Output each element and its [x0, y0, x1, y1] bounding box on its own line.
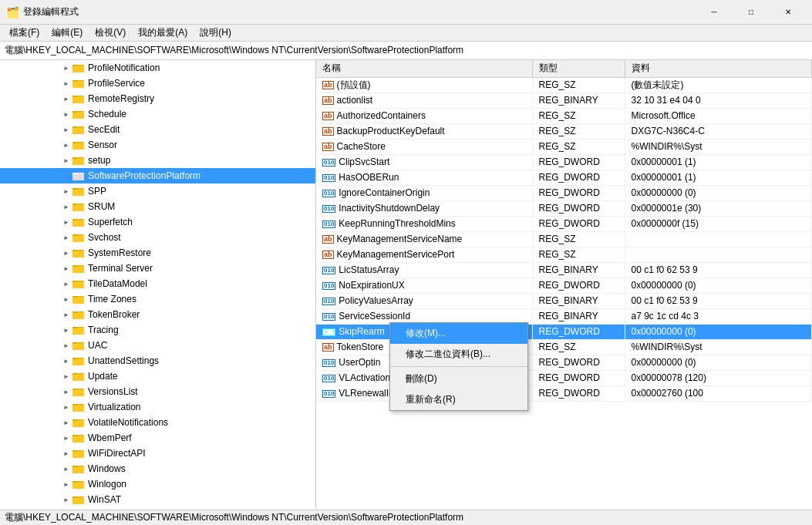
tree-item-winsat[interactable]: ► WinSAT — [0, 492, 315, 507]
expand-arrow-icon[interactable]: ► — [62, 202, 71, 211]
value-data: 00 c1 f0 62 53 9 — [625, 262, 812, 278]
expand-arrow-icon[interactable]: ► — [62, 63, 71, 72]
expand-arrow-icon[interactable]: ► — [62, 294, 71, 304]
expand-arrow-icon[interactable]: ► — [62, 140, 71, 150]
expand-arrow-icon[interactable]: ► — [62, 387, 71, 396]
expand-arrow-icon[interactable]: ► — [62, 94, 71, 103]
expand-arrow-icon[interactable]: ► — [62, 495, 71, 504]
tree-item-windows[interactable]: ► Windows — [0, 461, 315, 476]
tree-item-tokenbroker[interactable]: ► TokenBroker — [0, 307, 315, 322]
tree-item-softwareprotectionplatform[interactable]: ► SoftwareProtectionPlatform — [0, 168, 315, 183]
tree-item-tracing[interactable]: ► Tracing — [0, 322, 315, 338]
expand-arrow-icon[interactable]: ► — [62, 464, 71, 473]
expand-arrow-icon[interactable]: ► — [62, 79, 71, 88]
tree-item-tiledatamodel[interactable]: ► TileDataModel — [0, 276, 315, 291]
tree-item-terminalserver[interactable]: ► Terminal Server — [0, 261, 315, 276]
menu-item[interactable]: 編輯(E) — [45, 25, 89, 41]
table-row[interactable]: 010ServiceSessionIdREG_BINARYa7 9c 1c cd… — [316, 308, 812, 324]
expand-arrow-icon[interactable]: ► — [62, 418, 71, 427]
expand-arrow-icon[interactable]: ► — [62, 217, 71, 227]
minimize-button[interactable]: ─ — [696, 0, 732, 25]
table-row[interactable]: 010PolicyValuesArrayREG_BINARY00 c1 f0 6… — [316, 293, 812, 308]
tree-item-secedit[interactable]: ► SecEdit — [0, 122, 315, 137]
tree-item-spp[interactable]: ► SPP — [0, 183, 315, 199]
expand-arrow-icon[interactable]: ► — [62, 372, 71, 381]
value-type-icon: ab — [322, 235, 334, 244]
value-type-icon: 010 — [322, 159, 335, 167]
value-type: REG_DWORD — [532, 216, 625, 231]
value-name: 010IgnoreContainerOrigin — [316, 185, 532, 200]
table-row[interactable]: 010IgnoreContainerOriginREG_DWORD0x00000… — [316, 185, 812, 200]
table-row[interactable]: 010HasOOBERunREG_DWORD0x00000001 (1) — [316, 170, 812, 185]
table-row[interactable]: abCacheStoreREG_SZ%WINDIR%\Syst — [316, 139, 812, 154]
expand-arrow-icon[interactable]: ► — [62, 449, 71, 458]
expand-arrow-icon[interactable]: ► — [62, 125, 71, 134]
expand-arrow-icon[interactable]: ► — [62, 248, 71, 257]
tree-item-uac[interactable]: ► UAC — [0, 338, 315, 353]
table-row[interactable]: ab(預設值)REG_SZ(數值未設定) — [316, 77, 812, 93]
tree-item-srum[interactable]: ► SRUM — [0, 199, 315, 214]
menu-item[interactable]: 檔案(F) — [3, 25, 45, 41]
expand-arrow-icon[interactable]: ► — [62, 341, 71, 350]
tree-item-setup[interactable]: ► setup — [0, 153, 315, 168]
tree-item-superfetch[interactable]: ► Superfetch — [0, 214, 315, 230]
maximize-button[interactable]: □ — [733, 0, 769, 25]
menu-item[interactable]: 我的最愛(A) — [132, 25, 194, 41]
table-row[interactable]: 010InactivityShutdownDelayREG_DWORD0x000… — [316, 200, 812, 216]
tree-item-sensor[interactable]: ► Sensor — [0, 137, 315, 153]
table-row[interactable]: abBackupProductKeyDefaultREG_SZDXG7C-N36… — [316, 123, 812, 139]
tree-item-volatilenotifications[interactable]: ► VolatileNotifications — [0, 415, 315, 430]
folder-icon — [72, 309, 85, 320]
table-row[interactable]: 010KeepRunningThresholdMinsREG_DWORD0x00… — [316, 216, 812, 231]
expand-arrow-icon[interactable]: ► — [62, 187, 71, 196]
menu-item[interactable]: 檢視(V) — [89, 25, 132, 41]
close-button[interactable]: ✕ — [770, 0, 806, 25]
expand-arrow-icon[interactable]: ► — [62, 310, 71, 319]
expand-arrow-icon[interactable]: ► — [62, 279, 71, 288]
table-row[interactable]: 010ClipSvcStartREG_DWORD0x00000001 (1) — [316, 154, 812, 170]
tree-item-winlogon[interactable]: ► Winlogon — [0, 476, 315, 492]
expand-arrow-icon[interactable]: ► — [62, 480, 71, 489]
table-row[interactable]: abactionlistREG_BINARY32 10 31 e4 04 0 — [316, 93, 812, 108]
context-menu-item[interactable]: 修改(M)... — [390, 323, 527, 344]
tree-item-timezones[interactable]: ► Time Zones — [0, 291, 315, 307]
table-row[interactable]: abKeyManagementServicePortREG_SZ — [316, 247, 812, 262]
tree-item-profileservice[interactable]: ► ProfileService — [0, 76, 315, 91]
tree-item-schedule[interactable]: ► Schedule — [0, 106, 315, 122]
tree-item-versionslist[interactable]: ► VersionsList — [0, 384, 315, 399]
expand-arrow-icon[interactable]: ► — [62, 233, 71, 242]
context-menu-item[interactable]: 刪除(D) — [390, 369, 527, 389]
table-row[interactable]: 010NoExpirationUXREG_DWORD0x00000000 (0) — [316, 278, 812, 293]
svg-rect-50 — [72, 311, 77, 313]
menu-item[interactable]: 說明(H) — [194, 25, 238, 41]
value-panel[interactable]: 名稱 類型 資料 ab(預設值)REG_SZ(數值未設定)abactionlis… — [316, 60, 812, 510]
tree-item-profilenotification[interactable]: ► ProfileNotification — [0, 60, 315, 76]
tree-item-unattendsettings[interactable]: ► UnattendSettings — [0, 353, 315, 369]
tree-panel[interactable]: ► ProfileNotification► ProfileService► R… — [0, 60, 316, 510]
table-row[interactable]: abKeyManagementServiceNameREG_SZ — [316, 231, 812, 247]
tree-item-virtualization[interactable]: ► Virtualization — [0, 399, 315, 415]
expand-arrow-icon[interactable]: ► — [62, 109, 71, 119]
expand-arrow-icon[interactable]: ► — [62, 356, 71, 365]
expand-arrow-icon[interactable]: ► — [62, 264, 71, 273]
tree-item-wifidirectapi[interactable]: ► WiFiDirectAPI — [0, 446, 315, 461]
expand-arrow-icon[interactable]: ► — [62, 402, 71, 412]
tree-item-systemrestore[interactable]: ► SystemRestore — [0, 245, 315, 261]
svg-rect-35 — [72, 234, 77, 236]
value-name: 010InactivityShutdownDelay — [316, 200, 532, 216]
expand-arrow-icon[interactable]: ► — [62, 156, 71, 165]
tree-item-svchost[interactable]: ► Svchost — [0, 230, 315, 245]
tree-item-remoteregistry[interactable]: ► RemoteRegistry — [0, 91, 315, 106]
tree-item-wbemperf[interactable]: ► WbemPerf — [0, 430, 315, 446]
context-menu-item[interactable]: 重新命名(R) — [390, 389, 527, 410]
table-row[interactable]: abAuthorizedContainersREG_SZMicrosoft.Of… — [316, 108, 812, 123]
window-controls: ─ □ ✕ — [696, 0, 806, 25]
expand-arrow-icon[interactable]: ► — [62, 325, 71, 335]
tree-item-winsatapi[interactable]: ► WinSATAPI — [0, 507, 315, 510]
value-type: REG_BINARY — [532, 308, 625, 324]
window-title: 登錄編輯程式 — [23, 5, 696, 19]
tree-item-update[interactable]: ► Update — [0, 369, 315, 384]
expand-arrow-icon[interactable]: ► — [62, 433, 71, 443]
context-menu-item[interactable]: 修改二進位資料(B)... — [390, 344, 527, 365]
table-row[interactable]: 010LicStatusArrayREG_BINARY00 c1 f0 62 5… — [316, 262, 812, 278]
